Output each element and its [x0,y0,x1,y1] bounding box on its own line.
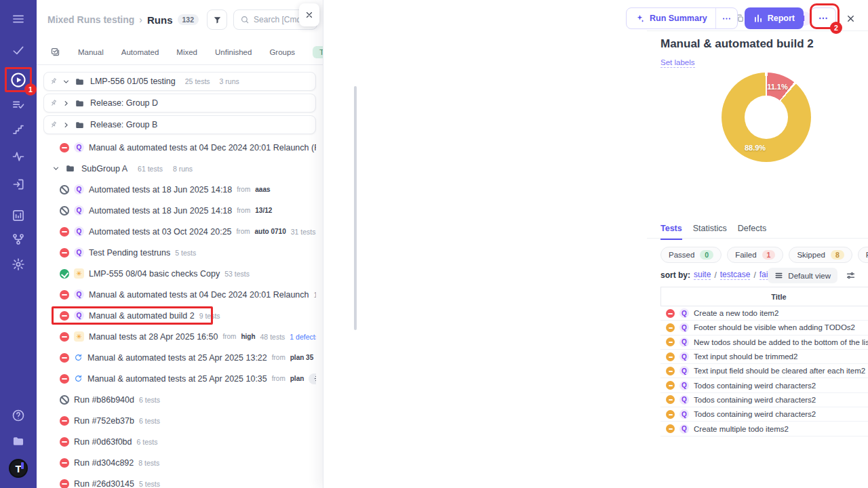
test-row[interactable]: QTodos containing weird characters2@firs… [660,378,868,392]
sort-link-suite[interactable]: suite [694,270,711,280]
test-row[interactable]: QNew todos should be added to the bottom… [660,336,868,350]
testcases-nav-icon[interactable] [12,98,25,112]
sort-separator: / [753,270,755,280]
run-list-item[interactable]: Run #0d63f0bd6 tests [43,431,316,452]
status-skipped-icon [666,323,675,332]
folder-icon [75,120,85,130]
checks-nav-icon[interactable] [12,43,25,57]
scrollbar-thumb[interactable] [354,86,357,330]
runs-tab-automated[interactable]: Automated [121,48,159,56]
test-row[interactable]: QText input field should be cleared afte… [660,364,868,378]
folder-icon [75,98,85,108]
run-list-item[interactable]: QManual & automated build 29 tests [43,305,316,326]
divider [647,238,868,239]
run-subgroup-item[interactable]: SubGroup A61 tests8 runs [43,158,316,179]
annotation-badge-1: 1 [24,83,37,96]
analytics-nav-icon[interactable] [12,209,25,222]
status-skipped-icon [666,395,675,404]
run-list-item[interactable]: Run #26d301455 tests [43,473,316,488]
sort-label: sort by: [660,270,690,280]
run-list-item[interactable]: QManual & automated tests at 04 Dec 2024… [43,137,316,158]
user-avatar[interactable]: T [9,459,28,478]
report-button[interactable]: Report [745,7,804,29]
run-list-item[interactable]: Manual & automated tests at 25 Apr 2025 … [43,368,316,389]
view-controls: Default view [768,268,856,283]
defects-link[interactable]: 1 defects [290,333,316,341]
chevron-down-icon[interactable] [62,77,71,86]
filter-chip-skipped[interactable]: Skipped8 [789,247,852,263]
status-skipped-icon [666,424,675,433]
chevron-right-icon[interactable] [62,121,71,129]
automated-run-icon: Q [74,184,84,195]
filter-chip-passed[interactable]: Passed0 [660,247,722,263]
filter-button[interactable] [207,9,227,30]
run-list-item[interactable]: QAutomated tests at 18 Jun 2025 14:18fro… [43,200,316,221]
status-canceled-icon [60,185,69,195]
sparkles-icon [635,14,645,24]
run-summary-more-button[interactable] [715,8,737,28]
status-failed-icon [60,374,69,384]
runs-nav-icon[interactable] [10,72,27,89]
run-list-item[interactable]: QAutomated tests at 03 Oct 2024 20:25fro… [43,221,316,242]
activity-nav-icon[interactable] [12,150,25,163]
runs-tab-unfinished[interactable]: Unfinished [215,48,252,56]
breadcrumb-project[interactable]: Mixed Runs testing [47,14,134,25]
test-row[interactable]: QText input should be trimmed2@first Cre… [660,350,868,364]
automated-run-icon: Q [74,142,84,152]
status-failed-icon [60,353,69,363]
test-row[interactable]: QFooter should be visible when adding TO… [660,321,868,335]
test-row[interactable]: QTodos containing weird characters2@firs… [660,393,868,407]
results-donut-chart: 11.1%88.9% [722,73,811,162]
run-summary-button[interactable]: Run Summary [626,7,738,29]
sparkle-run-icon: ✳ [74,331,84,342]
run-list-item[interactable]: QManual & automated tests at 04 Dec 2024… [43,284,316,305]
set-labels-link[interactable]: Set labels [660,58,695,68]
runs-tab-mixed[interactable]: Mixed [176,48,197,56]
column-header-title[interactable]: Title [660,287,868,306]
list-check-icon [12,98,25,112]
sort-link-testcase[interactable]: testcase [720,270,751,280]
run-detail-panel: Run 18dec8b1 Q automated Run Summary Rep… [323,0,868,488]
run-list-item[interactable]: QTest Pending testruns5 tests [43,242,316,263]
filter-chip-failed[interactable]: Failed1 [727,247,783,263]
gear-icon [314,375,316,382]
run-list-item[interactable]: Run #b86b940d6 tests [43,389,316,410]
run-list-item[interactable]: QAutomated tests at 18 Jun 2025 14:18fro… [43,179,316,200]
steps-nav-icon[interactable] [12,123,25,136]
run-list-item[interactable]: ✳Manual tests at 28 Apr 2025 16:50fromhi… [43,326,316,347]
menu-toggle-icon[interactable] [12,12,25,26]
test-row[interactable]: QCreate a new todo item2@first Create ..… [660,306,868,321]
runs-filter-tabs: ManualAutomatedMixedUnfinishedGroupsTo [37,39,323,65]
runs-tab-groups[interactable]: Groups [269,48,295,56]
help-nav-icon[interactable] [12,409,25,422]
git-branch-icon [12,232,25,246]
projects-nav-icon[interactable] [12,434,25,448]
runs-tab-manual[interactable]: Manual [78,48,104,56]
run-group-item[interactable]: Release: Group D [43,94,316,113]
filter-chip-pending[interactable]: Pending0 [858,247,868,263]
close-panel-button[interactable] [299,3,319,26]
test-row[interactable]: QCreate multiple todo items2@first Creat… [660,422,868,436]
run-list-item[interactable]: Manual & automated tests at 25 Apr 2025 … [43,347,316,368]
run-group-item[interactable]: LMP-556 01/05 testing25 tests3 runs [43,72,316,91]
sliders-icon[interactable] [846,270,856,281]
run-list-item[interactable]: ✳LMP-555 08/04 basic checks Copy53 tests [43,263,316,284]
automated-run-icon: Q [74,226,84,237]
status-skipped-icon [666,352,675,361]
pulse-icon [12,150,25,163]
run-group-item[interactable]: Release: Group B [43,115,316,134]
run-list-item[interactable]: Run #752eb37b6 tests [43,410,316,431]
chevron-right-icon[interactable] [62,99,71,108]
select-all-icon[interactable] [50,47,60,57]
settings-nav-icon[interactable] [12,258,25,271]
close-run-detail-icon[interactable] [846,14,856,24]
run-list-item[interactable]: Run #d304c8928 tests [43,452,316,473]
folder-icon [65,163,75,174]
test-row[interactable]: QTodos containing weird characters2@firs… [660,407,868,422]
status-failed-icon [60,458,69,468]
import-nav-icon[interactable] [12,178,25,191]
default-view-button[interactable]: Default view [768,268,837,283]
chevron-down-icon[interactable] [52,164,60,173]
branches-nav-icon[interactable] [12,232,25,246]
breadcrumb-section[interactable]: Runs [147,14,173,26]
